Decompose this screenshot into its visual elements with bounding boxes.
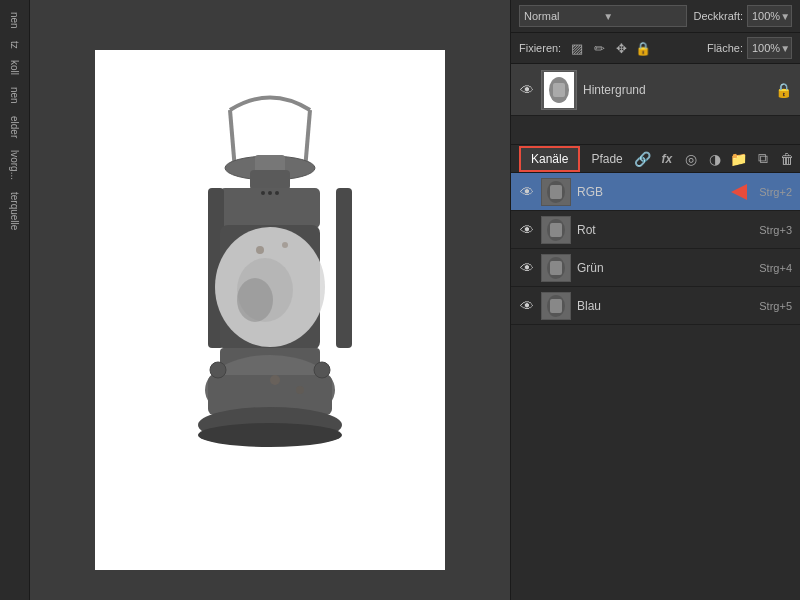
svg-point-19	[256, 246, 264, 254]
canvas-container	[95, 50, 445, 570]
layer-name: Hintergrund	[583, 83, 769, 97]
flaeche-value[interactable]: 100% ▼	[747, 37, 792, 59]
lantern-image	[95, 50, 445, 570]
svg-rect-35	[550, 299, 562, 313]
channel-blau-shortcut: Strg+5	[759, 300, 792, 312]
layer-item[interactable]: 👁 Hintergrund 🔒	[511, 64, 800, 116]
channel-item-blau[interactable]: 👁 Blau Strg+5	[511, 287, 800, 325]
channel-item-rot[interactable]: 👁 Rot Strg+3	[511, 211, 800, 249]
channel-rgb-eye-icon[interactable]: 👁	[519, 184, 535, 200]
svg-point-18	[198, 423, 342, 447]
flaeche-control: Fläche: 100% ▼	[707, 37, 792, 59]
fix-lock-icon[interactable]: 🔒	[635, 40, 651, 56]
fixieren-label: Fixieren:	[519, 42, 561, 54]
channel-rot-thumb	[541, 216, 571, 244]
channel-gruen-name: Grün	[577, 261, 753, 275]
red-arrow-indicator	[731, 184, 747, 200]
halftone-icon[interactable]: ◑	[706, 150, 724, 168]
channel-gruen-thumb	[541, 254, 571, 282]
flaeche-label: Fläche:	[707, 42, 743, 54]
channels-tabs-bar: Kanäle Pfade 🔗 fx ◎ ◑ 📁 ⧉ 🗑	[511, 145, 800, 173]
layer-visibility-icon[interactable]: 👁	[519, 82, 535, 98]
sidebar-item-4[interactable]: elder	[7, 112, 22, 142]
copy-icon[interactable]: ⧉	[754, 150, 772, 168]
lantern-svg	[130, 80, 410, 540]
sidebar-item-1[interactable]: tz	[7, 37, 22, 53]
blend-mode-label: Normal	[524, 10, 603, 22]
opacity-value[interactable]: 100% ▼	[747, 5, 792, 27]
opacity-value-text: 100%	[752, 10, 780, 22]
sidebar-item-6[interactable]: terquelle	[7, 188, 22, 234]
svg-rect-7	[336, 188, 352, 348]
blend-mode-chevron: ▼	[603, 11, 682, 22]
layers-area[interactable]: 👁 Hintergrund 🔒	[511, 64, 800, 144]
fx-icon[interactable]: fx	[658, 150, 676, 168]
paths-tab-label: Pfade	[591, 152, 622, 166]
svg-point-23	[261, 191, 265, 195]
circle-icon[interactable]: ◎	[682, 150, 700, 168]
blend-mode-select[interactable]: Normal ▼	[519, 5, 687, 27]
channel-rot-shortcut: Strg+3	[759, 224, 792, 236]
channel-blau-thumb	[541, 292, 571, 320]
channel-rgb-shortcut: Strg+2	[759, 186, 792, 198]
channel-blau-eye-icon[interactable]: 👁	[519, 298, 535, 314]
tab-channels[interactable]: Kanäle	[519, 146, 580, 172]
channel-rot-name: Rot	[577, 223, 753, 237]
channels-list: 👁 RGB Strg+2 👁	[511, 173, 800, 325]
fixieren-row: Fixieren: ▨ ✏ ✥ 🔒 Fläche: 100% ▼	[511, 33, 800, 64]
right-panel: Normal ▼ Deckkraft: 100% ▼ Fixieren: ▨ ✏…	[510, 0, 800, 600]
svg-point-22	[296, 386, 304, 394]
channel-blau-name: Blau	[577, 299, 753, 313]
svg-point-21	[270, 375, 280, 385]
opacity-chevron: ▼	[780, 11, 790, 22]
channel-rot-eye-icon[interactable]: 👁	[519, 222, 535, 238]
svg-rect-29	[550, 185, 562, 199]
left-sidebar: nen tz koll nen elder lvorg... terquelle	[0, 0, 30, 600]
fix-checkerboard-icon[interactable]: ▨	[569, 40, 585, 56]
chain-icon[interactable]: 🔗	[634, 150, 652, 168]
svg-point-16	[210, 362, 226, 378]
channel-item-gruen[interactable]: 👁 Grün Strg+4	[511, 249, 800, 287]
channels-tab-label: Kanäle	[531, 152, 568, 166]
svg-point-25	[275, 191, 279, 195]
svg-point-20	[282, 242, 288, 248]
fix-pencil-icon[interactable]: ✏	[591, 40, 607, 56]
sidebar-item-3[interactable]: nen	[7, 83, 22, 108]
channel-rgb-name: RGB	[577, 185, 725, 199]
opacity-control: Deckkraft: 100% ▼	[693, 5, 792, 27]
svg-rect-33	[550, 261, 562, 275]
flaeche-value-text: 100%	[752, 42, 780, 54]
bottom-panel: Kanäle Pfade 🔗 fx ◎ ◑ 📁 ⧉ 🗑 👁	[511, 144, 800, 325]
folder-icon[interactable]: 📁	[730, 150, 748, 168]
blend-mode-row: Normal ▼ Deckkraft: 100% ▼	[511, 0, 800, 33]
svg-point-24	[268, 191, 272, 195]
layer-thumbnail	[541, 70, 577, 110]
tab-paths[interactable]: Pfade	[580, 147, 633, 171]
channel-gruen-eye-icon[interactable]: 👁	[519, 260, 535, 276]
sidebar-item-0[interactable]: nen	[7, 8, 22, 33]
sidebar-item-2[interactable]: koll	[7, 56, 22, 79]
layer-lock-icon: 🔒	[775, 82, 792, 98]
svg-rect-31	[550, 223, 562, 237]
opacity-label: Deckkraft:	[693, 10, 743, 22]
svg-point-17	[314, 362, 330, 378]
svg-rect-27	[553, 83, 565, 97]
svg-point-11	[237, 278, 273, 322]
flaeche-chevron: ▼	[780, 43, 790, 54]
channel-item-rgb[interactable]: 👁 RGB Strg+2	[511, 173, 800, 211]
sidebar-item-5[interactable]: lvorg...	[7, 146, 22, 184]
fix-move-icon[interactable]: ✥	[613, 40, 629, 56]
channel-rgb-thumb	[541, 178, 571, 206]
channel-gruen-shortcut: Strg+4	[759, 262, 792, 274]
svg-rect-4	[250, 170, 290, 190]
fix-icons: ▨ ✏ ✥ 🔒	[569, 40, 651, 56]
canvas-area	[30, 0, 510, 600]
trash-icon[interactable]: 🗑	[778, 150, 796, 168]
